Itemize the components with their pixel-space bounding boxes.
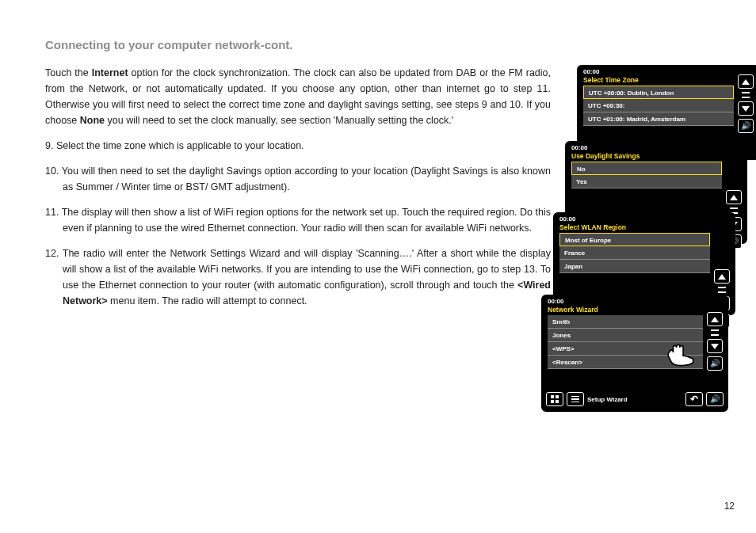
arrow-up-icon [718,274,726,280]
list-item[interactable]: Smith [548,315,703,329]
intro-paragraph: Touch the Internet option for the clock … [45,65,551,128]
clock-time: 00:00 [548,298,563,305]
step-9: 9. Select the time zone which is applica… [45,138,551,154]
clock-time: 00:00 [571,144,587,151]
step-10: 10. You will then need to set the daylig… [45,163,551,195]
scroll-up-button[interactable] [738,74,754,89]
scroll-down-button[interactable] [738,101,754,116]
screen-title: Network Wizard [548,306,598,314]
arrow-up-icon [711,317,719,322]
list-item[interactable]: UTC +00:30: [583,99,734,112]
back-button[interactable]: ↶ [685,392,703,406]
scroll-indicator-icon [730,207,738,209]
body-text: Touch the Internet option for the clock … [45,65,551,318]
speaker-button[interactable]: 🔊 [738,119,754,133]
page-number: 12 [724,501,735,512]
scroll-up-button[interactable] [714,269,730,284]
speaker-icon: 🔊 [710,360,720,367]
bottom-toolbar: Setup Wizard ↶ 🔊 [546,391,724,407]
arrow-down-icon [711,344,719,349]
list-item[interactable]: UTC +00:00: Dublin, London [583,86,734,99]
speaker-button[interactable]: 🔊 [706,392,724,406]
list-item[interactable]: France [559,246,710,260]
scroll-up-button[interactable] [726,190,742,204]
scroll-indicator-icon [718,287,726,288]
clock-time: 00:00 [583,68,599,75]
scroll-up-button[interactable] [707,312,723,326]
step-12: 12. The radio will enter the Network Set… [45,246,551,309]
screen-title: Select WLAN Region [559,223,626,231]
intro-text-3: you will need to set the clock manually,… [105,115,453,126]
list-item[interactable]: Most of Europe [559,233,710,246]
back-icon: ↶ [690,394,698,405]
scroll-indicator-icon [711,329,719,331]
list-item[interactable]: Japan [559,260,710,273]
scroll-indicator-icon [718,291,726,293]
apps-button[interactable] [546,392,563,406]
arrow-up-icon [730,195,738,200]
step-12c: menu item. The radio will attempt to con… [108,295,307,306]
wlan-list: Most of Europe France Japan [559,233,710,273]
scroll-indicator-icon [742,97,750,98]
clock-time: 00:00 [559,215,575,223]
list-item[interactable]: Yes [571,175,722,188]
bold-internet: Internet [92,67,128,78]
speaker-button[interactable]: 🔊 [707,356,723,371]
speaker-icon: 🔊 [741,122,750,130]
daylight-list: No Yes [571,162,722,188]
step-12a: 12. The radio will enter the Network Set… [45,248,551,291]
scroll-indicator-icon [711,334,719,336]
menu-icon [571,396,579,402]
step-11: 11. The display will then show a list of… [45,204,551,236]
list-item[interactable]: UTC +01:00: Madrid, Amsterdam [583,112,734,126]
page-heading: Connecting to your computer network-cont… [45,38,293,51]
pointing-hand-icon [665,339,698,367]
intro-text-1: Touch the [45,67,92,78]
apps-icon [551,395,559,403]
timezone-list: UTC +00:00: Dublin, London UTC +00:30: U… [583,86,734,126]
screen-title: Select Time Zone [583,76,639,84]
device-screen-network-wizard: 00:00 Network Wizard Smith Jones <WPS> <… [541,295,728,412]
scroll-indicator-icon [742,92,750,93]
screen-title: Use Daylight Savings [571,152,640,160]
bottom-label: Setup Wizard [587,396,682,403]
list-item[interactable]: No [571,162,722,175]
arrow-down-icon [742,106,750,112]
scroll-down-button[interactable] [707,339,723,353]
speaker-icon: 🔊 [710,395,720,403]
arrow-up-icon [742,79,750,85]
menu-button[interactable] [567,392,584,406]
device-screens-stack: 00:00 Select Time Zone UTC +00:00: Dubli… [553,65,756,413]
bold-none: None [80,115,105,126]
